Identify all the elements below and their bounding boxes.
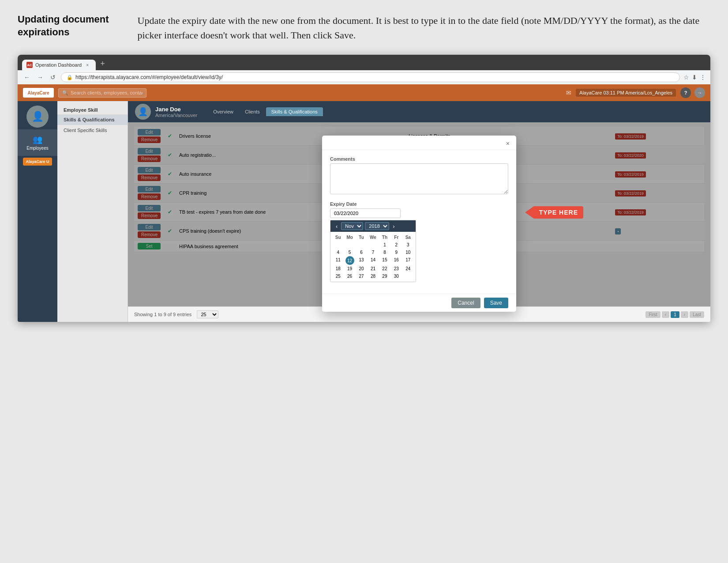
calendar-week-3: 11 12 13 14 15 16 17 — [332, 256, 414, 265]
next-page-button[interactable]: › — [681, 311, 688, 318]
cal-day-11[interactable]: 11 — [332, 256, 344, 265]
comments-textarea[interactable] — [330, 163, 508, 194]
cal-day-22[interactable]: 22 — [379, 265, 390, 272]
day-header-mo: Mo — [344, 235, 355, 240]
cal-day-3[interactable]: 3 — [402, 241, 414, 249]
tab-overview[interactable]: Overview — [208, 107, 239, 116]
cal-day-5[interactable]: 5 — [344, 249, 355, 256]
star-icon[interactable]: ☆ — [683, 74, 689, 81]
calendar-week-1: 1 2 3 — [332, 241, 414, 249]
sub-menu-item-skills[interactable]: Skills & Qualifications — [57, 114, 128, 125]
cal-day-29[interactable]: 29 — [379, 272, 390, 280]
search-bar[interactable]: 🔍 — [58, 88, 146, 98]
cal-day-9[interactable]: 9 — [390, 249, 402, 256]
reload-button[interactable]: ↺ — [49, 73, 57, 82]
calendar-next-button[interactable]: › — [391, 223, 396, 230]
day-header-tu: Tu — [356, 235, 367, 240]
cal-day-30[interactable]: 30 — [390, 272, 402, 280]
cal-day-2[interactable]: 2 — [390, 241, 402, 249]
first-page-button[interactable]: First — [645, 311, 660, 318]
forward-button[interactable]: → — [35, 73, 45, 82]
cal-cell-empty — [402, 272, 414, 280]
cal-day-15[interactable]: 15 — [379, 256, 390, 265]
cal-day-21[interactable]: 21 — [367, 265, 379, 272]
cal-day-14[interactable]: 14 — [367, 256, 379, 265]
employee-tabs: Overview Clients Skills & Qualifications — [208, 107, 323, 116]
mail-icon[interactable]: ✉ — [566, 89, 571, 96]
expiry-date-input[interactable] — [330, 208, 401, 218]
content-with-submenu: Employee Skill Skills & Qualifications C… — [57, 101, 710, 322]
cal-day-6[interactable]: 6 — [356, 249, 367, 256]
sidebar-item-employees[interactable]: 👥 Employees — [18, 129, 57, 156]
page-1-button[interactable]: 1 — [671, 311, 679, 318]
cal-cell-empty — [367, 241, 379, 249]
cal-day-19[interactable]: 19 — [344, 265, 355, 272]
calendar-grid: Su Mo Tu We Th Fr Sa — [330, 232, 416, 282]
modal-header: × — [322, 136, 516, 150]
cal-day-20[interactable]: 20 — [356, 265, 367, 272]
back-button[interactable]: ← — [22, 73, 32, 82]
cal-day-28[interactable]: 28 — [367, 272, 379, 280]
logo-image: AlayaCare — [23, 88, 54, 98]
app-logo: AlayaCare — [23, 88, 54, 98]
cal-day-24[interactable]: 24 — [402, 265, 414, 272]
tab-skills-qualifications[interactable]: Skills & Qualifications — [266, 107, 323, 116]
menu-icon[interactable]: ⋮ — [700, 74, 706, 81]
modal-body: Comments Expiry Date — [322, 150, 516, 294]
address-field[interactable]: 🔒 https://therapista.alayacare.com/#/emp… — [61, 72, 680, 82]
edit-modal: × Comments — [322, 136, 516, 312]
cal-day-7[interactable]: 7 — [367, 249, 379, 256]
cal-day-1[interactable]: 1 — [379, 241, 390, 249]
help-button[interactable]: ? — [680, 87, 691, 98]
employee-location: America/Vancouver — [155, 113, 197, 118]
sub-menu-item-client-skills[interactable]: Client Specific Skills — [57, 125, 128, 136]
comments-label: Comments — [330, 156, 508, 162]
arrow-button[interactable]: → — [694, 87, 705, 98]
type-here-arrow — [525, 206, 534, 219]
tab-favicon: AC — [26, 62, 33, 68]
calendar-year-select[interactable]: 2018 — [365, 222, 389, 230]
cal-day-10[interactable]: 10 — [402, 249, 414, 256]
per-page-select[interactable]: 25 50 100 — [197, 310, 218, 318]
main-content: 👤 Jane Doe America/Vancouver Overview Cl… — [128, 101, 710, 322]
calendar-prev-button[interactable]: ‹ — [334, 223, 339, 230]
active-browser-tab[interactable]: AC Operation Dashboard × — [22, 60, 96, 70]
modal-close-button[interactable]: × — [504, 139, 512, 148]
cal-day-18[interactable]: 18 — [332, 265, 344, 272]
cal-day-12-today[interactable]: 12 — [345, 256, 354, 265]
cal-day-27[interactable]: 27 — [356, 272, 367, 280]
cancel-button[interactable]: Cancel — [451, 298, 480, 308]
cal-day-25[interactable]: 25 — [332, 272, 344, 280]
instruction-title: Updating document expirations — [18, 13, 124, 38]
showing-text: Showing 1 to 9 of 9 entries — [134, 312, 191, 317]
cal-day-16[interactable]: 16 — [390, 256, 402, 265]
cal-day-8[interactable]: 8 — [379, 249, 390, 256]
cal-cell-empty — [332, 241, 344, 249]
prev-page-button[interactable]: ‹ — [662, 311, 669, 318]
cal-day-17[interactable]: 17 — [402, 256, 414, 265]
search-input[interactable] — [71, 90, 143, 95]
tab-close-button[interactable]: × — [84, 62, 90, 68]
last-page-button[interactable]: Last — [690, 311, 704, 318]
tab-clients[interactable]: Clients — [240, 107, 265, 116]
alayacare-u-button[interactable]: AlayaCare U — [23, 158, 52, 166]
calendar-week-4: 18 19 20 21 22 23 24 — [332, 265, 414, 272]
header-icons: ? → — [680, 87, 705, 98]
type-here-label: TYPE HERE — [534, 206, 583, 219]
page-showing: Showing 1 to 9 of 9 entries 25 50 100 — [134, 310, 218, 318]
save-button[interactable]: Save — [484, 298, 508, 308]
instruction-area: Updating document expirations Update the… — [18, 13, 710, 42]
sidebar-item-label: Employees — [26, 146, 48, 151]
comments-group: Comments — [330, 156, 508, 196]
type-here-annotation: TYPE HERE — [525, 206, 583, 219]
cal-day-4[interactable]: 4 — [332, 249, 344, 256]
cal-day-23[interactable]: 23 — [390, 265, 402, 272]
new-tab-button[interactable]: + — [97, 57, 109, 70]
cal-cell-empty — [344, 241, 355, 249]
download-icon[interactable]: ⬇ — [692, 74, 697, 81]
cal-day-26[interactable]: 26 — [344, 272, 355, 280]
browser-tabs: AC Operation Dashboard × + — [22, 57, 706, 70]
cal-day-13[interactable]: 13 — [356, 256, 367, 265]
calendar-month-select[interactable]: Nov — [341, 222, 363, 230]
browser-window: AC Operation Dashboard × + ← → ↺ 🔒 https… — [18, 55, 710, 322]
